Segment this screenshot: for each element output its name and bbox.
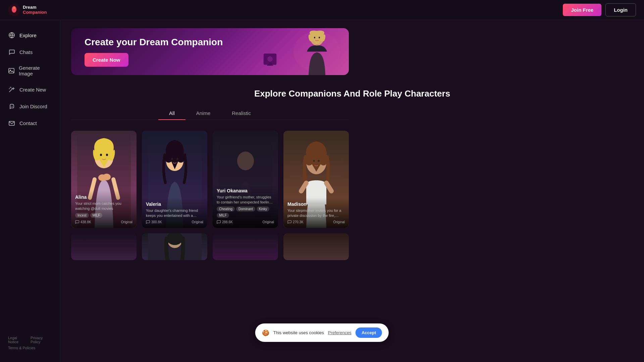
card-madison-count: 270.3K <box>293 220 304 224</box>
image-icon <box>8 67 15 74</box>
card-yuri-count: 288.6K <box>222 220 233 224</box>
card-row2-3-image <box>213 233 278 260</box>
create-now-button[interactable]: Create Now <box>85 53 128 67</box>
login-button[interactable]: Login <box>605 3 636 16</box>
join-free-button[interactable]: Join Free <box>563 4 601 16</box>
logo-companion-text: Companion <box>23 10 47 15</box>
card-yuri-badge: Original <box>263 220 274 224</box>
card-valeria-footer: 300.8K Original <box>146 220 203 224</box>
tab-anime[interactable]: Anime <box>185 107 221 120</box>
cookie-icon: 🍪 <box>262 329 269 337</box>
card-row2-2-image <box>142 233 207 260</box>
card-alina-badge: Original <box>121 220 132 224</box>
sidebar-item-discord[interactable]: Join Discord <box>0 98 60 115</box>
svg-point-11 <box>314 37 315 39</box>
cookie-message: This website uses cookies <box>273 330 324 335</box>
card-yuri-count-container: 288.6K <box>217 220 233 224</box>
card-yuri-name: Yuri Okanawa <box>217 188 274 193</box>
svg-point-12 <box>319 37 320 39</box>
card-alina-name: Alina <box>75 194 132 200</box>
svg-point-19 <box>103 174 111 180</box>
hero-banner: Create your Dream Companion Create Now <box>71 28 349 75</box>
logo[interactable]: Dream Companion <box>8 4 47 16</box>
sidebar-item-generate-image[interactable]: Generate Image <box>0 60 60 81</box>
sidebar-contact-label: Contact <box>19 120 37 126</box>
sidebar-item-explore[interactable]: Explore <box>0 27 60 44</box>
privacy-policy-link[interactable]: Privacy Policy <box>31 336 52 344</box>
legal-notice-link[interactable]: Legal Notice <box>8 336 27 344</box>
cookie-banner: 🍪 This website uses cookies Preferences … <box>255 323 389 342</box>
card-valeria-count-container: 300.8K <box>146 220 162 224</box>
tab-realistic[interactable]: Realistic <box>221 107 262 120</box>
sidebar-item-contact[interactable]: Contact <box>0 115 60 131</box>
header: Dream Companion Join Free Login <box>0 0 644 20</box>
main-content: Create your Dream Companion Create Now <box>60 20 644 362</box>
tab-all[interactable]: All <box>158 107 185 120</box>
terms-policies-link[interactable]: Terms & Policies <box>8 346 52 350</box>
hero-title: Create your Dream Companion <box>85 37 223 48</box>
card-madison[interactable]: Madison Your stepmother invites you for … <box>283 131 349 228</box>
sidebar-chats-label: Chats <box>19 49 33 55</box>
logo-icon <box>8 4 20 16</box>
card-valeria-count: 300.8K <box>151 220 162 224</box>
logo-dream-text: Dream <box>23 5 47 10</box>
card-alina-tags: Incest MILF <box>75 213 132 218</box>
tag-dominant: Dominant <box>236 206 255 212</box>
card-yuri[interactable]: Yuri Okanawa Your girlfriend's mother, s… <box>213 131 278 228</box>
card-valeria-overlay: Valeria Your daughter's charming friend … <box>142 197 207 228</box>
card-yuri-footer: 288.6K Original <box>217 220 274 224</box>
svg-point-22 <box>171 158 173 160</box>
companions-grid: Alina Your strict mom catches you watchi… <box>71 131 349 228</box>
svg-point-17 <box>106 154 108 156</box>
globe-icon <box>8 32 15 39</box>
card-row2-3[interactable] <box>213 233 278 260</box>
discord-icon <box>8 103 15 110</box>
svg-rect-2 <box>9 68 14 73</box>
tag-incest: Incest <box>75 213 89 218</box>
card-alina-count-container: 438.8K <box>75 220 91 224</box>
header-buttons: Join Free Login <box>563 3 636 16</box>
message-count-icon <box>75 220 79 224</box>
companions-grid-row2 <box>71 233 349 260</box>
tag-kinky: Kinky <box>257 206 269 212</box>
message-count-icon-4 <box>287 220 291 224</box>
svg-point-25 <box>237 152 254 170</box>
category-tabs: All Anime Realistic <box>71 107 349 120</box>
chat-icon <box>8 48 15 56</box>
card-valeria-name: Valeria <box>146 201 203 207</box>
hero-character <box>288 28 345 75</box>
card-alina-count: 438.8K <box>80 220 91 224</box>
sidebar-footer: Legal Notice Privacy Policy Terms & Poli… <box>0 330 60 355</box>
sidebar-item-chats[interactable]: Chats <box>0 44 60 60</box>
wand-icon <box>8 86 15 93</box>
message-count-icon-3 <box>217 220 221 224</box>
sidebar-explore-label: Explore <box>19 33 37 38</box>
svg-rect-6 <box>9 121 14 125</box>
svg-point-29 <box>318 160 320 162</box>
sidebar: Explore Chats Generate Image Create New … <box>0 20 60 362</box>
card-alina[interactable]: Alina Your strict mom catches you watchi… <box>71 131 137 228</box>
card-alina-footer: 438.8K Original <box>75 220 132 224</box>
sidebar-item-create-new[interactable]: Create New <box>0 81 60 98</box>
tag-milf2: MILF <box>217 213 229 218</box>
card-row2-1[interactable] <box>71 233 137 260</box>
card-row2-2[interactable] <box>142 233 207 260</box>
card-yuri-tags: Cheating Dominant Kinky MILF <box>217 206 274 218</box>
card-alina-desc: Your strict mom catches you watching @du… <box>75 201 132 211</box>
svg-point-5 <box>12 106 13 107</box>
card-row2-4-image <box>283 233 349 260</box>
sidebar-footer-links: Legal Notice Privacy Policy <box>8 336 52 344</box>
accept-button[interactable]: Accept <box>356 327 382 338</box>
sidebar-discord-label: Join Discord <box>19 104 47 109</box>
svg-point-16 <box>100 154 102 156</box>
svg-point-4 <box>11 106 11 107</box>
card-alina-overlay: Alina Your strict mom catches you watchi… <box>71 190 137 228</box>
svg-point-8 <box>267 56 273 62</box>
card-row2-4[interactable] <box>283 233 349 260</box>
svg-point-28 <box>313 160 315 162</box>
message-count-icon-2 <box>146 220 150 224</box>
card-valeria[interactable]: Valeria Your daughter's charming friend … <box>142 131 207 228</box>
preferences-button[interactable]: Preferences <box>328 330 352 335</box>
card-madison-desc: Your stepmother invites you for a privat… <box>287 208 345 218</box>
logo-text: Dream Companion <box>23 5 47 15</box>
